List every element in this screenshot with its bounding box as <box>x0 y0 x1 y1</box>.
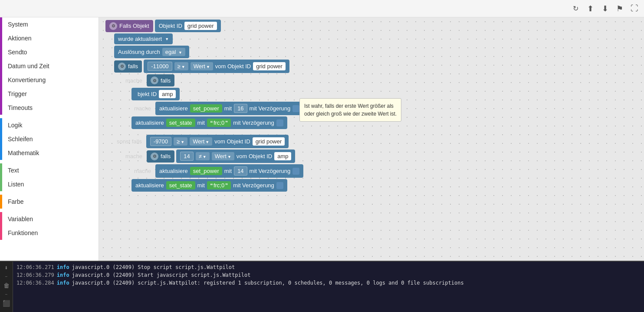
set-state-tag-1[interactable]: set_state <box>166 119 195 127</box>
amp-tag[interactable]: amp <box>159 90 176 98</box>
sidebar-item-trigger[interactable]: Trigger <box>0 87 99 101</box>
sidebar-item-sendto[interactable]: Sendto <box>0 45 99 59</box>
set-power-tag-1[interactable]: set_power <box>190 104 222 113</box>
vom-objekt-id-label-4: vom Objekt ID <box>237 153 272 159</box>
sidebar: System Aktionen Sendto Datum und Zeit Ko… <box>0 17 99 261</box>
amp-tag-2[interactable]: amp <box>274 152 291 160</box>
aktualisiere-1-block[interactable]: aktualisiere set_power mit 16 mit Verzög… <box>155 102 303 115</box>
delay-checkbox-1[interactable] <box>292 105 299 112</box>
op1-tag[interactable]: ≥▼ <box>174 62 188 70</box>
falls-inner-label: falls <box>161 77 171 84</box>
val-14-num[interactable]: 14 <box>180 152 193 161</box>
frc0-string-2[interactable]: ❝ frc;0 ❞ <box>207 181 231 189</box>
objekt-id-block[interactable]: Objekt ID grid power <box>155 20 221 32</box>
val-16-tag[interactable]: 16 <box>234 104 247 113</box>
auslosung-durch-block[interactable]: Auslösung durch egal ▼ <box>114 46 189 58</box>
blocks-wrapper: ⚙ Falls Objekt Objekt ID grid power wurd… <box>99 17 644 261</box>
log-download-icon[interactable]: ⬇ <box>4 264 8 271</box>
block-row-amp: bjekt ID amp <box>131 88 303 100</box>
quote-open-2: ❝ <box>210 183 213 189</box>
flag-icon[interactable]: ⚑ <box>614 3 625 14</box>
sidebar-item-system[interactable]: System <box>0 17 99 31</box>
aktualisiere-3-block[interactable]: aktualisiere set_power mit 14 mit Verzög… <box>155 164 303 178</box>
aktualisiere-2-block[interactable]: aktualisiere set_state mit ❝ frc;0 ❞ mit… <box>131 116 287 129</box>
sidebar-section-farbe: Farbe <box>0 195 99 209</box>
sidebar-item-timeouts[interactable]: Timeouts <box>0 101 99 115</box>
sidebar-item-schleifen[interactable]: Schleifen <box>0 132 99 146</box>
tooltip-box: Ist wahr, falls der erste Wert größer al… <box>299 98 401 122</box>
quote-close-1: ❞ <box>225 120 228 126</box>
sidebar-section-logik: Logik Schleifen Mathematik <box>0 118 99 160</box>
block-row-aktualisiere-2: aktualisiere set_state mit ❝ frc;0 ❞ mit… <box>131 116 303 129</box>
neq-tag[interactable]: ≠▼ <box>196 152 210 160</box>
export-icon[interactable]: ⬇ <box>600 3 610 14</box>
mit-label-2: mit <box>197 119 205 126</box>
val-14b-tag[interactable]: 14 <box>234 166 247 176</box>
aktualisiere-4-block[interactable]: aktualisiere set_state mit ❝ frc;0 ❞ mit… <box>131 179 287 192</box>
import-icon[interactable]: ⬆ <box>585 3 595 14</box>
gear-icon-4[interactable]: ⚙ <box>151 153 158 160</box>
sidebar-item-logik[interactable]: Logik <box>0 118 99 132</box>
value2-block[interactable]: -9700 ≥▼ Wert▼ vom Objekt ID grid power <box>146 135 289 148</box>
wurde-aktualisiert-label: wurde aktualisiert <box>118 36 162 42</box>
delay-checkbox-4[interactable] <box>276 182 283 189</box>
objekt-id-value[interactable]: grid power <box>184 22 217 30</box>
wurde-aktualisiert-block[interactable]: wurde aktualisiert ▼ <box>114 33 173 44</box>
wert-arrow-icon-3: ▼ <box>227 155 231 159</box>
sidebar-item-funktionen[interactable]: Funktionen <box>0 226 99 240</box>
value2-num[interactable]: -9700 <box>150 137 171 146</box>
delay-checkbox-3[interactable] <box>292 168 299 175</box>
amp-value-block[interactable]: bjekt ID amp <box>131 88 180 100</box>
mit-verzogerung-label-1: mit Verzögerung <box>250 105 291 112</box>
sidebar-item-aktionen[interactable]: Aktionen <box>0 31 99 45</box>
gear-icon-3[interactable]: ⚙ <box>151 76 158 84</box>
grid-power-tag-1[interactable]: grid power <box>253 62 286 70</box>
falls-inner-2-block[interactable]: ⚙ falls <box>147 150 174 163</box>
reload-icon[interactable]: ↻ <box>570 3 581 14</box>
value1-block[interactable]: -11000 ≥▼ Wert▼ vom Objekt ID grid power <box>144 60 289 73</box>
block-row-mache-falls: mache ⚙ falls <box>123 74 303 86</box>
block-row-aktualisiere-3: mache aktualisiere set_power mit 14 mit … <box>131 164 303 178</box>
log-trash-icon[interactable]: 🗑 <box>3 282 10 289</box>
falls-objekt-block[interactable]: ⚙ Falls Objekt <box>105 20 153 32</box>
wert-tag-3[interactable]: Wert▼ <box>212 152 234 160</box>
wert-tag-2[interactable]: Wert▼ <box>190 137 212 146</box>
sidebar-item-variablen[interactable]: Variablen <box>0 212 99 226</box>
mit-verzogerung-label-4: mit Verzögerung <box>233 182 274 189</box>
frc0-value-1: frc;0 <box>214 119 224 126</box>
aktualisiere-4-label: aktualisiere <box>135 182 164 189</box>
value1-num[interactable]: -11000 <box>148 62 172 71</box>
log-time-3: 12:06:36.284 <box>16 280 54 286</box>
val14-block[interactable]: 14 ≠▼ Wert▼ vom Objekt ID amp <box>176 149 295 163</box>
wert-tag-1[interactable]: Wert▼ <box>191 62 213 70</box>
frc0-string-1[interactable]: ❝ frc;0 ❞ <box>207 119 231 127</box>
log-stop-icon[interactable]: ⬛ <box>3 300 10 307</box>
falls-inner-block[interactable]: ⚙ falls <box>147 74 174 86</box>
gear-icon-2[interactable]: ⚙ <box>118 63 126 70</box>
sidebar-item-mathematik[interactable]: Mathematik <box>0 146 99 160</box>
aktualisiere-3-label: aktualisiere <box>159 168 188 174</box>
falls-1-block[interactable]: ⚙ falls <box>114 60 142 73</box>
block-row-aktualisiere-1: mache aktualisiere set_power mit 16 mit … <box>131 102 303 115</box>
op2-tag[interactable]: ≥▼ <box>174 137 187 146</box>
auslosung-durch-label: Auslösung durch <box>118 49 160 55</box>
set-state-tag-2[interactable]: set_state <box>166 181 195 189</box>
delay-checkbox-2[interactable] <box>276 119 283 126</box>
sidebar-item-farbe[interactable]: Farbe <box>0 195 99 209</box>
fullscreen-icon[interactable]: ⛶ <box>629 3 640 14</box>
gear-icon[interactable]: ⚙ <box>109 22 117 30</box>
sidebar-item-text[interactable]: Text <box>0 163 99 177</box>
egal-tag[interactable]: egal ▼ <box>162 48 185 56</box>
mit-label-1: mit <box>224 105 232 112</box>
log-divider-2: — <box>5 292 7 296</box>
objekt-id-label: Objekt ID <box>159 23 182 29</box>
set-power-tag-2[interactable]: set_power <box>190 167 222 175</box>
sidebar-section-text: Text Listen <box>0 163 99 191</box>
sidebar-item-datum-und-zeit[interactable]: Datum und Zeit <box>0 59 99 73</box>
log-divider-1: — <box>5 275 7 279</box>
grid-power-tag-2[interactable]: grid power <box>253 137 285 146</box>
sidebar-item-listen[interactable]: Listen <box>0 177 99 191</box>
sidebar-item-konvertierung[interactable]: Konvertierung <box>0 73 99 87</box>
canvas-area[interactable]: ⚙ Falls Objekt Objekt ID grid power wurd… <box>99 17 644 261</box>
wert-arrow-icon: ▼ <box>206 65 210 69</box>
